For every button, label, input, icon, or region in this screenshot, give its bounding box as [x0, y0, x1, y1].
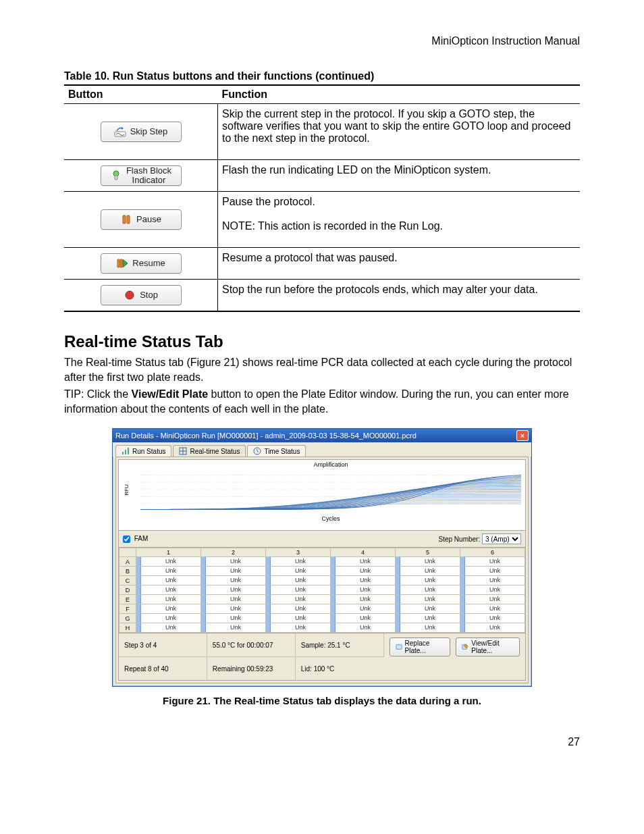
plate-well[interactable]: Unk [331, 614, 396, 623]
status-lid: Lid: 100 °C [296, 656, 384, 680]
plate-well[interactable]: Unk [396, 604, 460, 614]
grid-icon [179, 447, 187, 455]
plate-well[interactable]: Unk [396, 567, 460, 576]
body-paragraph: TIP: Click the View/Edit Plate button to… [64, 387, 580, 416]
plate-well[interactable]: Unk [396, 585, 460, 595]
table-caption: Table 10. Run Status buttons and their f… [64, 70, 580, 82]
close-icon[interactable]: × [516, 430, 529, 441]
plate-well[interactable]: Unk [266, 595, 331, 604]
function-text: Skip the current step in the protocol. I… [218, 104, 581, 160]
col-button: Button [64, 85, 218, 104]
status-grid: Step 3 of 4 55.0 °C for 00:00:07 Sample:… [118, 633, 526, 681]
clock-icon [253, 447, 261, 455]
plate-well[interactable]: Unk [331, 576, 396, 585]
plate-well[interactable]: Unk [201, 557, 266, 567]
plate-well[interactable]: Unk [266, 567, 331, 576]
status-step: Step 3 of 4 [119, 633, 207, 656]
plate-well[interactable]: Unk [201, 604, 266, 614]
window-titlebar: Run Details - MiniOpticon Run [MO000001]… [113, 429, 531, 442]
status-sample: Sample: 25.1 °C [296, 633, 384, 656]
flash-block-button[interactable]: Flash Block Indicator [101, 165, 182, 186]
step-number-select[interactable]: 3 (Amp) [482, 533, 521, 544]
fam-checkbox[interactable]: FAM [123, 535, 148, 543]
plate-well[interactable]: Unk [136, 614, 201, 623]
status-remaining: Remaining 00:59:23 [207, 656, 296, 680]
plate-well[interactable]: Unk [460, 595, 525, 604]
plate-well[interactable]: Unk [331, 585, 396, 595]
plate-row: AUnkUnkUnkUnkUnkUnk [119, 557, 525, 567]
status-temp-time: 55.0 °C for 00:00:07 [207, 633, 296, 656]
plate-well[interactable]: Unk [331, 623, 396, 633]
svg-rect-8 [122, 452, 124, 454]
plate-well[interactable]: Unk [136, 585, 201, 595]
plate-well[interactable]: Unk [460, 623, 525, 633]
plate-well[interactable]: Unk [136, 623, 201, 633]
plate-well[interactable]: Unk [331, 557, 396, 567]
plate-well[interactable]: Unk [460, 614, 525, 623]
plate-well[interactable]: Unk [266, 557, 331, 567]
view-edit-plate-button[interactable]: View/Edit Plate... [456, 637, 520, 656]
plate-well[interactable]: Unk [331, 604, 396, 614]
stop-button[interactable]: Stop [101, 285, 182, 305]
amplification-chart: Amplification RFU Cycles [118, 459, 526, 531]
plate-well[interactable]: Unk [460, 557, 525, 567]
chart-canvas [140, 468, 521, 515]
plate-well[interactable]: Unk [266, 604, 331, 614]
plate-col-header: 1 [136, 548, 201, 557]
resume-button[interactable]: Resume [101, 253, 182, 273]
table-row: Pause Pause the protocol. NOTE: This act… [64, 192, 580, 248]
plate-well[interactable]: Unk [266, 623, 331, 633]
plate-well[interactable]: Unk [201, 576, 266, 585]
plate-well[interactable]: Unk [396, 557, 460, 567]
plate-well[interactable]: Unk [460, 604, 525, 614]
chart-options: FAM Step Number: 3 (Amp) [118, 531, 526, 548]
plate-well[interactable]: Unk [266, 576, 331, 585]
tab-realtime-status[interactable]: Real-time Status [173, 445, 246, 457]
pause-button[interactable]: Pause [101, 209, 182, 230]
plate-row: CUnkUnkUnkUnkUnkUnk [119, 576, 525, 585]
run-status-table: Button Function Skip Step Skip the curre… [64, 84, 580, 312]
plate-row-header: D [119, 585, 136, 595]
plate-col-header: 6 [460, 548, 525, 557]
x-axis-label: Cycles [140, 515, 521, 522]
plate-well[interactable]: Unk [201, 567, 266, 576]
content-pane: Amplification RFU Cycles FAM Step Number… [115, 457, 529, 683]
tab-run-status[interactable]: Run Status [115, 445, 171, 457]
plate-well[interactable]: Unk [396, 576, 460, 585]
page-number: 27 [64, 736, 580, 748]
replace-plate-button[interactable]: Replace Plate... [390, 637, 451, 656]
plate-well[interactable]: Unk [136, 576, 201, 585]
button-label: Stop [140, 290, 158, 300]
plate-well[interactable]: Unk [136, 557, 201, 567]
svg-rect-9 [125, 450, 126, 454]
svg-rect-3 [123, 215, 126, 224]
plate-well[interactable]: Unk [396, 595, 460, 604]
plate-well[interactable]: Unk [201, 585, 266, 595]
chart-title: Amplification [140, 461, 521, 468]
run-details-window: Run Details - MiniOpticon Run [MO000001]… [112, 428, 532, 687]
fam-checkbox-input[interactable] [123, 536, 130, 543]
plate-well[interactable]: Unk [201, 623, 266, 633]
plate-well[interactable]: Unk [460, 567, 525, 576]
plate-well[interactable]: Unk [331, 567, 396, 576]
svg-rect-5 [117, 259, 119, 267]
plate-well[interactable]: Unk [460, 576, 525, 585]
plate-well[interactable]: Unk [266, 585, 331, 595]
plate-well[interactable]: Unk [396, 623, 460, 633]
plate-well[interactable]: Unk [201, 614, 266, 623]
function-text: Stop the run before the protocols ends, … [218, 280, 581, 312]
plate-row: BUnkUnkUnkUnkUnkUnk [119, 567, 525, 576]
skip-step-button[interactable]: Skip Step [101, 122, 182, 142]
tab-time-status[interactable]: Time Status [247, 445, 306, 457]
plate-well[interactable]: Unk [266, 614, 331, 623]
plate-well[interactable]: Unk [331, 595, 396, 604]
svg-point-7 [126, 291, 134, 299]
plate-well[interactable]: Unk [460, 585, 525, 595]
plate-row: HUnkUnkUnkUnkUnkUnk [119, 623, 525, 633]
table-row: Stop Stop the run before the protocols e… [64, 280, 580, 312]
plate-well[interactable]: Unk [136, 595, 201, 604]
plate-well[interactable]: Unk [396, 614, 460, 623]
plate-well[interactable]: Unk [201, 595, 266, 604]
plate-well[interactable]: Unk [136, 567, 201, 576]
plate-well[interactable]: Unk [136, 604, 201, 614]
